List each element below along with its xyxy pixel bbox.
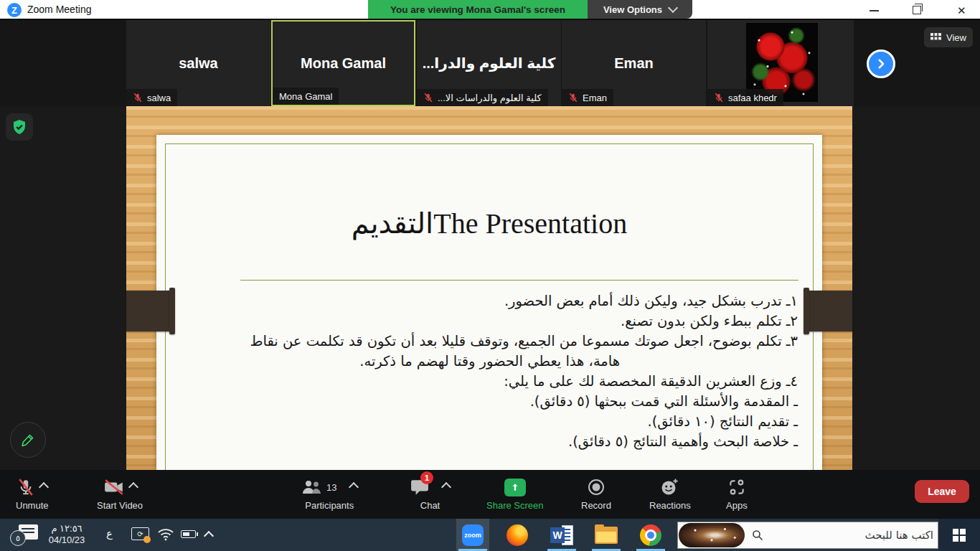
wifi-icon[interactable] (157, 528, 174, 541)
taskbar-firefox-app[interactable] (501, 519, 534, 551)
participant-label-text: Eman (583, 93, 607, 103)
participant-name: Eman (562, 55, 706, 72)
taskbar-word-app[interactable]: W (545, 519, 578, 551)
participant-label-text: كلية العلوم والدراسات الا... (438, 93, 542, 103)
file-explorer-icon (595, 527, 618, 545)
unmute-label: Unmute (16, 500, 49, 511)
participant-label: كلية العلوم والدراسات الا... (417, 89, 548, 106)
participant-tile-active-speaker[interactable]: Mona Gamal Mona Gamal (271, 20, 415, 106)
participants-label: Participants (305, 500, 354, 511)
chat-options-chevron[interactable] (441, 482, 451, 492)
participants-button[interactable]: 13 Participants (301, 476, 357, 511)
taskbar-file-explorer-app[interactable] (590, 519, 623, 551)
hidden-icons-chevron[interactable] (204, 531, 214, 541)
slide-theme-clip-right-cap (804, 288, 809, 334)
search-icon (752, 529, 763, 541)
participant-label: safaa khedr (707, 89, 783, 106)
chrome-icon (640, 524, 661, 546)
reactions-button[interactable]: Reactions (649, 476, 691, 511)
annotate-pencil-button[interactable] (10, 422, 46, 458)
slide-body-line: ٤ـ وزع العشرين الدقيقة المخصصة لك على ما… (241, 372, 798, 392)
taskbar-zoom-app[interactable]: zoom (456, 519, 489, 551)
firefox-icon (507, 524, 528, 546)
apps-button[interactable]: Apps (726, 476, 748, 511)
zoom-taskbar-icon: zoom (462, 524, 484, 546)
view-options-label: View Options (603, 4, 662, 15)
slide-title: التقديمThe Presentation (156, 207, 822, 240)
start-video-label: Start Video (97, 500, 143, 511)
search-highlight-galaxy-image[interactable] (679, 523, 745, 547)
close-button[interactable]: ✕ (957, 4, 966, 17)
zoom-app-icon: Z (7, 3, 22, 17)
clock-date: 04/10/23 (40, 534, 93, 546)
reactions-label: Reactions (649, 500, 691, 511)
participants-icon (301, 479, 321, 496)
minimize-button[interactable] (870, 10, 879, 11)
participant-tile[interactable]: safaa khedr (707, 20, 854, 106)
start-button[interactable] (938, 519, 980, 551)
slide-body-line: ٣ـ تكلم بوضوح، اجعل صوتك مسموعا من الجمي… (241, 331, 798, 352)
notification-count-badge: ٥ (10, 530, 26, 546)
taskbar-chrome-app[interactable] (634, 519, 667, 551)
chat-button[interactable]: 1 Chat (410, 476, 450, 511)
meeting-security-shield-icon[interactable] (6, 113, 33, 141)
participant-label: salwa (126, 89, 177, 106)
share-screen-icon (504, 479, 526, 496)
mic-options-chevron[interactable] (39, 482, 49, 492)
zoom-meeting-window: Z Zoom Meeting You are viewing Mona Gama… (0, 0, 980, 551)
viewing-screen-banner: You are viewing Mona Gamal's screen (368, 0, 588, 19)
record-button[interactable]: Record (581, 476, 611, 511)
participant-name: Mona Gamal (273, 55, 414, 72)
share-screen-label: Share Screen (486, 500, 544, 511)
muted-mic-icon (568, 93, 578, 103)
participant-label-text: Mona Gamal (279, 91, 332, 102)
participant-name: salwa (126, 55, 270, 72)
chevron-right-icon (875, 57, 887, 70)
video-strip: salwa salwa Mona Gamal Mona Gamal كلية ا… (0, 20, 980, 106)
muted-camera-icon (103, 478, 125, 496)
taskbar-search-box[interactable] (677, 522, 938, 549)
title-bar: Z Zoom Meeting You are viewing Mona Gama… (0, 0, 980, 20)
record-label: Record (581, 500, 611, 511)
apps-label: Apps (726, 500, 748, 511)
view-layout-button[interactable]: View (924, 27, 973, 47)
battery-icon[interactable] (181, 530, 196, 538)
muted-mic-icon (714, 93, 724, 103)
share-screen-button[interactable]: Share Screen (486, 476, 544, 511)
apps-icon (727, 478, 746, 496)
slide-body-text: ١ـ تدرب بشكل جيد، وليكن ذلك أمام بعض الح… (241, 291, 798, 452)
shared-screen-area: التقديمThe Presentation ١ـ تدرب بشكل جيد… (126, 106, 852, 470)
next-participants-page-button[interactable] (867, 50, 895, 78)
muted-mic-icon (133, 93, 143, 103)
slide-body-line: ـ خلاصة البحث وأهمية النتائج (٥ دقائق). (241, 432, 798, 452)
participant-tile[interactable]: Eman Eman (562, 20, 706, 106)
leave-meeting-button[interactable]: Leave (915, 480, 969, 503)
video-options-chevron[interactable] (128, 482, 138, 492)
gallery-grid-icon (930, 33, 941, 42)
slide-theme-clip-right (808, 291, 852, 331)
search-input[interactable] (766, 529, 938, 542)
chevron-down-icon (668, 3, 678, 13)
slide-body-line: ١ـ تدرب بشكل جيد، وليكن ذلك أمام بعض الح… (241, 291, 798, 311)
slide-body-line: ـ المقدمة والأسئلة التي قمت ببحثها (٥ دق… (241, 392, 798, 412)
restore-button[interactable] (913, 6, 921, 14)
display-status-dot (143, 536, 151, 543)
participant-name: كلية العلوم والدرا... (417, 55, 561, 72)
slide-body-line: ٢ـ تكلم ببطء ولكن بدون تصنع. (241, 311, 798, 331)
participant-label: Eman (562, 89, 613, 106)
view-options-button[interactable]: View Options (588, 0, 692, 19)
participants-options-chevron[interactable] (349, 482, 359, 492)
participant-tile[interactable]: salwa salwa (126, 20, 270, 106)
slide-theme-clip-left (126, 291, 171, 331)
unmute-button[interactable]: Unmute (16, 476, 49, 511)
chat-label: Chat (420, 500, 440, 511)
participant-label: Mona Gamal (273, 88, 339, 105)
taskbar-clock[interactable]: ١٢:٥٦ م 04/10/23 (40, 523, 93, 546)
participant-tile[interactable]: كلية العلوم والدرا... كلية العلوم والدرا… (417, 20, 561, 106)
window-title: Zoom Meeting (27, 4, 91, 15)
language-indicator[interactable]: ع (106, 527, 113, 540)
windows-logo-icon (953, 529, 966, 542)
start-video-button[interactable]: Start Video (97, 476, 143, 511)
slide-body-line: هامة، هذا يعطي الحضور وقتا لهضم ما ذكرته… (241, 352, 620, 372)
clock-time: ١٢:٥٦ م (40, 523, 93, 534)
